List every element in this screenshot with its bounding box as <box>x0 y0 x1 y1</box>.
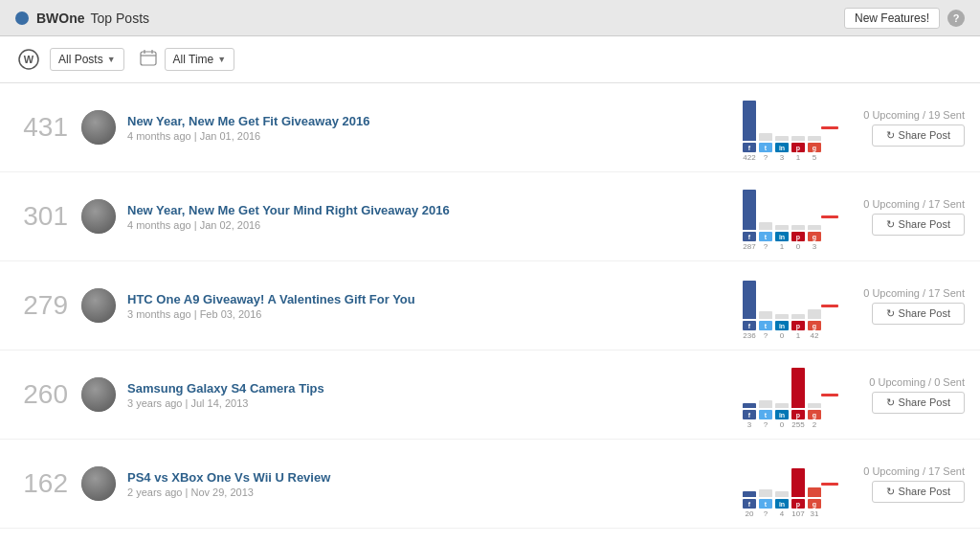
table-row: 130New BWOne.com Site Design Giveaway Sp… <box>0 529 980 543</box>
social-icon: in <box>775 321 789 330</box>
post-meta: 4 months ago | Jan 01, 2016 <box>127 130 743 142</box>
bar-segment <box>743 190 756 230</box>
table-row: 260Samsung Galaxy S4 Camera Tips3 years … <box>0 351 980 440</box>
share-post-button[interactable]: ↻Share Post <box>872 214 965 236</box>
bar-count: 20 <box>743 509 756 518</box>
bar-segment <box>743 491 756 497</box>
bar-segment <box>743 101 756 141</box>
post-actions: 0 Upcoming / 17 Sent↻Share Post <box>850 465 965 503</box>
social-icon: g <box>808 143 821 152</box>
posts-list: 431New Year, New Me Get Fit Giveaway 201… <box>0 83 980 543</box>
bar-segment <box>791 468 805 497</box>
post-meta: 2 years ago | Nov 29, 2013 <box>127 486 743 498</box>
post-actions: 0 Upcoming / 19 Sent↻Share Post <box>850 109 965 147</box>
post-title[interactable]: New Year, New Me Get Your Mind Right Giv… <box>127 203 743 217</box>
svg-text:W: W <box>24 54 34 65</box>
bar-segment <box>759 222 772 230</box>
post-title[interactable]: New Year, New Me Get Fit Giveaway 2016 <box>127 114 743 128</box>
page-title: Top Posts <box>91 11 149 26</box>
bar-count: 3 <box>775 153 789 162</box>
bar-count: 236 <box>743 331 756 340</box>
post-meta: 3 months ago | Feb 03, 2016 <box>127 308 743 320</box>
bar-segment <box>759 489 772 497</box>
post-meta: 4 months ago | Jan 02, 2016 <box>127 219 743 231</box>
post-rank: 431 <box>15 112 68 143</box>
new-features-button[interactable]: New Features! <box>844 8 940 29</box>
social-icon: g <box>808 499 821 509</box>
share-icon: ↻ <box>886 486 895 498</box>
bar-segment <box>759 133 772 141</box>
social-icon: g <box>808 410 821 419</box>
wordpress-icon: W <box>15 46 42 73</box>
social-bars: ftinpg287?103 <box>743 182 821 251</box>
table-row: 162PS4 vs XBox One Vs Wii U Review2 year… <box>0 440 980 529</box>
social-icon: g <box>808 321 821 330</box>
social-bars: ftinpg422?315 <box>743 93 821 162</box>
bar-segment <box>808 487 821 497</box>
bar-count: 2 <box>808 420 821 429</box>
post-title[interactable]: Samsung Galaxy S4 Camera Tips <box>127 381 743 396</box>
svg-rect-2 <box>141 52 156 65</box>
share-post-button[interactable]: ↻Share Post <box>872 124 965 147</box>
time-filter-dropdown[interactable]: All Time ▼ <box>165 48 235 71</box>
social-icon: p <box>791 232 805 241</box>
social-icon: f <box>743 410 756 419</box>
bar-count: 3 <box>808 242 821 251</box>
bar-segment <box>791 225 805 230</box>
status-indicator <box>821 215 838 218</box>
post-title[interactable]: HTC One A9 Giveaway! A Valentines Gift F… <box>127 292 743 306</box>
app-dot <box>15 11 29 25</box>
social-icon: in <box>775 232 789 241</box>
post-actions: 0 Upcoming / 17 Sent↻Share Post <box>850 198 965 236</box>
share-post-button[interactable]: ↻Share Post <box>872 481 965 503</box>
bar-segment <box>808 403 821 408</box>
post-rank: 279 <box>15 290 68 321</box>
social-icon: p <box>791 410 805 419</box>
bar-segment <box>775 491 789 497</box>
bar-segment <box>743 403 756 408</box>
chevron-down-icon: ▼ <box>217 55 226 64</box>
social-bars: ftinpg20?410731 <box>743 449 821 518</box>
post-right-section: 0 Upcoming / 17 Sent↻Share Post <box>821 465 965 503</box>
bar-segment <box>743 281 756 319</box>
post-right-section: 0 Upcoming / 19 Sent↻Share Post <box>821 109 965 147</box>
table-row: 301New Year, New Me Get Your Mind Right … <box>0 172 980 261</box>
upcoming-sent-label: 0 Upcoming / 19 Sent <box>850 109 965 121</box>
bar-segment <box>775 225 789 230</box>
bar-count: ? <box>759 509 772 518</box>
bar-segment <box>775 314 789 319</box>
bar-count: 4 <box>775 509 789 518</box>
social-icon: t <box>759 410 772 419</box>
avatar <box>81 466 116 501</box>
bar-count: 0 <box>775 331 789 340</box>
post-actions: 0 Upcoming / 0 Sent↻Share Post <box>850 376 965 414</box>
post-info: New Year, New Me Get Fit Giveaway 20164 … <box>127 114 743 142</box>
post-title[interactable]: PS4 vs XBox One Vs Wii U Review <box>127 470 743 485</box>
bar-segment <box>759 311 772 319</box>
bar-count: 422 <box>743 153 756 162</box>
post-actions: 0 Upcoming / 17 Sent↻Share Post <box>850 287 965 325</box>
share-icon: ↻ <box>886 218 895 231</box>
status-indicator <box>821 126 838 129</box>
table-row: 431New Year, New Me Get Fit Giveaway 201… <box>0 83 980 172</box>
bar-segment <box>791 368 805 408</box>
post-meta: 3 years ago | Jul 14, 2013 <box>127 397 743 409</box>
share-post-button[interactable]: ↻Share Post <box>872 303 965 325</box>
posts-filter-dropdown[interactable]: All Posts ▼ <box>50 48 124 71</box>
share-icon: ↻ <box>886 307 895 320</box>
post-right-section: 0 Upcoming / 0 Sent↻Share Post <box>821 376 965 414</box>
social-icon: f <box>743 143 756 152</box>
social-icon: f <box>743 321 756 330</box>
bar-segment <box>808 309 821 319</box>
status-indicator <box>821 394 838 396</box>
share-post-button[interactable]: ↻Share Post <box>872 392 965 414</box>
chevron-down-icon: ▼ <box>107 55 116 64</box>
post-rank: 260 <box>15 379 68 410</box>
social-icon: t <box>759 232 772 241</box>
post-right-section: 0 Upcoming / 17 Sent↻Share Post <box>821 198 965 236</box>
bar-count: 5 <box>808 153 821 162</box>
help-icon[interactable]: ? <box>947 10 965 27</box>
share-icon: ↻ <box>886 396 895 409</box>
upcoming-sent-label: 0 Upcoming / 17 Sent <box>850 287 965 299</box>
social-icon: t <box>759 321 772 330</box>
